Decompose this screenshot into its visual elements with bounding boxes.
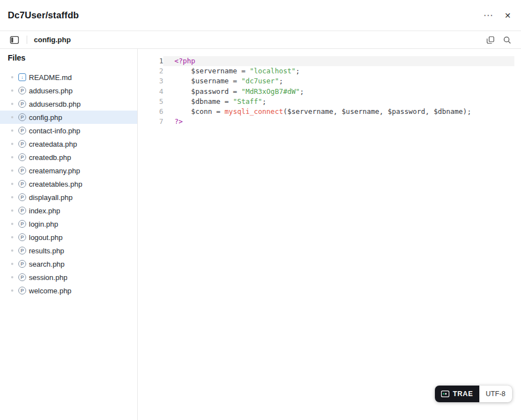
line-number: 6 [138, 107, 163, 117]
php-file-icon: P [18, 273, 26, 281]
file-item-addusersdb.php[interactable]: Paddusersdb.php [0, 97, 137, 111]
code-line-2[interactable]: 2 $servername = "localhost"; [138, 66, 521, 76]
code-line-3[interactable]: 3 $username = "dc7user"; [138, 76, 521, 86]
file-sidebar: Files ↓README.mdPaddusers.phpPaddusersdb… [0, 49, 138, 420]
search-icon [503, 36, 511, 44]
line-number: 7 [138, 117, 163, 127]
code-line-4[interactable]: 4 $password = "MdR3xOgB7#dW"; [138, 87, 521, 97]
file-bullet-dot [11, 289, 13, 292]
file-name: createdata.php [29, 140, 77, 148]
status-pill: TRAE UTF-8 [435, 386, 512, 402]
file-name: welcome.php [29, 287, 72, 295]
file-item-createmany.php[interactable]: Pcreatemany.php [0, 164, 137, 177]
trae-logo-icon [441, 391, 449, 397]
code-line-5[interactable]: 5 $dbname = "Staff"; [138, 97, 521, 107]
file-list: ↓README.mdPaddusers.phpPaddusersdb.phpPc… [0, 68, 137, 297]
php-file-icon: P [18, 207, 26, 214]
line-number: 4 [138, 87, 163, 97]
file-name: results.php [29, 247, 64, 255]
copy-button[interactable] [485, 35, 495, 45]
php-file-icon: P [18, 113, 26, 121]
ellipsis-icon: ⋯ [483, 11, 493, 20]
editor-toolbar: config.php [0, 31, 521, 49]
file-item-contact-info.php[interactable]: Pcontact-info.php [0, 124, 137, 137]
encoding-indicator[interactable]: UTF-8 [479, 386, 512, 402]
code-text: ?> [163, 117, 514, 127]
file-item-addusers.php[interactable]: Paddusers.php [0, 84, 137, 97]
file-bullet-dot [11, 156, 13, 158]
file-item-config.php[interactable]: Pconfig.php [0, 111, 137, 124]
file-name: config.php [29, 113, 62, 122]
file-name: session.php [29, 273, 67, 282]
file-item-login.php[interactable]: Plogin.php [0, 217, 137, 231]
php-file-icon: P [18, 167, 26, 174]
file-bullet-dot [11, 263, 13, 265]
file-item-createdb.php[interactable]: Pcreatedb.php [0, 151, 137, 164]
code-line-7[interactable]: 7?> [138, 117, 521, 127]
php-file-icon: P [18, 287, 26, 294]
file-item-welcome.php[interactable]: Pwelcome.php [0, 284, 137, 297]
main-area: Files ↓README.mdPaddusers.phpPaddusersdb… [0, 49, 521, 420]
file-name: createtables.php [29, 180, 82, 188]
file-bullet-dot [11, 129, 13, 132]
file-bullet-dot [11, 196, 13, 198]
file-item-results.php[interactable]: Presults.php [0, 244, 137, 257]
file-bullet-dot [11, 76, 13, 78]
brand-label: TRAE [453, 390, 473, 398]
search-button[interactable] [502, 35, 512, 45]
php-file-icon: P [18, 247, 26, 254]
toolbar-divider [27, 36, 27, 44]
code-line-1[interactable]: 1<?php [138, 56, 521, 66]
file-name: addusers.php [29, 87, 73, 95]
file-name: login.php [29, 220, 58, 228]
titlebar-actions: ⋯ ✕ [482, 9, 512, 21]
code-text: <?php [163, 56, 514, 66]
code-area: 1<?php2 $servername = "localhost";3 $use… [138, 56, 521, 127]
file-item-displayall.php[interactable]: Pdisplayall.php [0, 191, 137, 204]
file-bullet-dot [11, 169, 13, 172]
file-bullet-dot [11, 223, 13, 225]
code-line-6[interactable]: 6 $conn = mysqli_connect($servername, $u… [138, 107, 521, 117]
open-file-name: config.php [34, 36, 71, 44]
close-button[interactable]: ✕ [503, 11, 512, 21]
php-file-icon: P [18, 180, 26, 188]
markdown-file-icon: ↓ [18, 73, 26, 81]
php-file-icon: P [18, 233, 26, 241]
file-bullet-dot [11, 116, 13, 118]
file-item-logout.php[interactable]: Plogout.php [0, 231, 137, 244]
file-bullet-dot [11, 236, 13, 238]
code-text: $servername = "localhost"; [163, 66, 514, 76]
file-item-createtables.php[interactable]: Pcreatetables.php [0, 177, 137, 191]
file-name: addusersdb.php [29, 100, 81, 108]
php-file-icon: P [18, 100, 26, 108]
file-bullet-dot [11, 249, 13, 252]
php-file-icon: P [18, 140, 26, 148]
code-editor[interactable]: 1<?php2 $servername = "localhost";3 $use… [138, 49, 521, 420]
line-number: 1 [138, 56, 163, 66]
trae-badge[interactable]: TRAE [435, 386, 479, 402]
php-file-icon: P [18, 153, 26, 161]
file-item-createdata.php[interactable]: Pcreatedata.php [0, 137, 137, 151]
sidebar-toggle-button[interactable] [9, 35, 20, 45]
code-text: $dbname = "Staff"; [163, 97, 514, 107]
window-title: Dc7User/staffdb [8, 10, 79, 21]
file-bullet-dot [11, 89, 13, 92]
php-file-icon: P [18, 260, 26, 268]
file-name: logout.php [29, 233, 63, 242]
file-name: README.md [29, 73, 72, 82]
file-bullet-dot [11, 209, 13, 212]
file-item-README.md[interactable]: ↓README.md [0, 71, 137, 84]
file-name: index.php [29, 207, 60, 215]
more-options-button[interactable]: ⋯ [482, 9, 494, 21]
file-bullet-dot [11, 183, 13, 185]
file-name: displayall.php [29, 193, 73, 202]
line-number: 3 [138, 76, 163, 86]
file-item-index.php[interactable]: Pindex.php [0, 204, 137, 217]
file-item-search.php[interactable]: Psearch.php [0, 257, 137, 271]
file-item-session.php[interactable]: Psession.php [0, 271, 137, 284]
file-bullet-dot [11, 143, 13, 145]
php-file-icon: P [18, 193, 26, 201]
close-icon: ✕ [504, 12, 511, 19]
file-name: search.php [29, 260, 64, 268]
title-bar: Dc7User/staffdb ⋯ ✕ [0, 0, 521, 31]
